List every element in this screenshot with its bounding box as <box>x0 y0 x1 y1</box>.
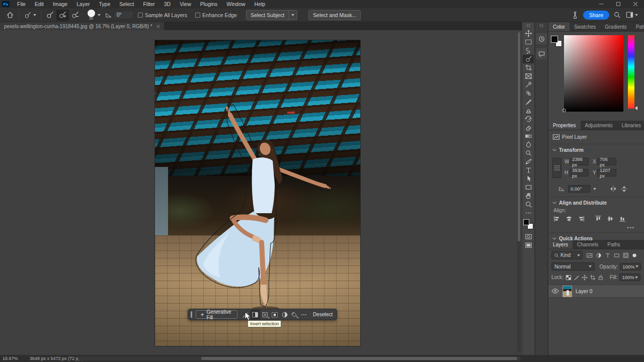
vertical-scrollbar[interactable] <box>517 32 521 352</box>
fill-field[interactable]: 100% <box>619 274 640 281</box>
tab-gradients[interactable]: Gradients <box>600 22 631 31</box>
menu-help[interactable]: Help <box>250 0 270 8</box>
filter-smart-object-icon[interactable] <box>623 252 629 258</box>
deselect-button[interactable]: Deselect <box>309 312 337 317</box>
tool-hand-button[interactable] <box>523 192 534 200</box>
filter-adjustment-icon[interactable] <box>596 252 602 258</box>
tab-color[interactable]: Color <box>548 22 570 31</box>
tool-lasso-button[interactable] <box>523 46 534 55</box>
filter-toggle-icon[interactable] <box>632 253 637 258</box>
screen-mode-button[interactable] <box>523 241 534 249</box>
menu-view[interactable]: View <box>175 0 196 8</box>
quick-mask-button[interactable] <box>523 232 534 241</box>
fill-selection-button[interactable] <box>289 310 299 319</box>
opacity-field[interactable]: 100% <box>620 263 641 270</box>
align-bottom-icon[interactable] <box>619 215 626 222</box>
collapse-toolbar-button[interactable] <box>522 22 534 29</box>
menu-file[interactable]: File <box>13 0 30 8</box>
tool-gradient-button[interactable] <box>523 132 534 140</box>
foreground-background-swatches[interactable] <box>523 219 533 229</box>
new-selection-mode-button[interactable] <box>44 10 56 21</box>
canvas-area[interactable]: Generative Fill <box>0 30 522 355</box>
taskbar-more-button[interactable] <box>299 310 309 319</box>
chevron-down-icon[interactable] <box>98 14 101 16</box>
edit-toolbar-button[interactable] <box>523 209 534 217</box>
saturation-brightness-field[interactable] <box>564 35 623 112</box>
tab-libraries[interactable]: Libraries <box>617 121 644 130</box>
hue-slider-marker[interactable] <box>635 106 637 110</box>
layer-thumbnail[interactable] <box>562 286 572 297</box>
foreground-color-swatch[interactable] <box>551 36 558 43</box>
lock-artboard-icon[interactable] <box>590 275 596 281</box>
enhance-edge-checkbox[interactable]: Enhance Edge <box>195 12 237 18</box>
filter-type-icon[interactable] <box>605 252 611 258</box>
zoom-level-field[interactable]: 16.67% <box>3 356 24 361</box>
add-mask-button[interactable] <box>270 310 280 319</box>
brush-size-picker[interactable]: 30 <box>86 10 97 20</box>
tool-quick-selection-button[interactable] <box>523 55 534 63</box>
menu-filter[interactable]: Filter <box>138 0 159 8</box>
blend-mode-select[interactable]: Normal <box>551 262 595 270</box>
share-button[interactable]: Share <box>583 11 609 20</box>
document-image[interactable] <box>155 40 360 346</box>
menu-3d[interactable]: 3D <box>159 0 175 8</box>
transform-selection-button[interactable] <box>260 310 270 319</box>
vertical-scrollbar-thumb[interactable] <box>518 32 520 241</box>
color-panel-swatches[interactable] <box>551 36 562 47</box>
menu-layer[interactable]: Layer <box>72 0 94 8</box>
tool-eraser-button[interactable] <box>523 123 534 132</box>
tab-adjustments[interactable]: Adjustments <box>581 121 617 130</box>
tool-path-selection-button[interactable] <box>523 174 534 183</box>
add-to-selection-mode-button[interactable] <box>56 10 69 21</box>
history-panel-button[interactable] <box>536 33 547 44</box>
beaker-icon[interactable] <box>571 11 579 19</box>
horizontal-scrollbar-thumb[interactable] <box>201 357 517 360</box>
layer-filter-kind-select[interactable]: Kind <box>551 251 583 259</box>
foreground-color-swatch[interactable] <box>523 219 529 225</box>
select-and-mask-button[interactable]: Select and Mask... <box>308 10 361 20</box>
color-field-marker[interactable] <box>562 109 566 112</box>
quick-actions-section-header[interactable]: Quick Actions <box>548 234 644 243</box>
filter-pixel-icon[interactable] <box>587 252 593 258</box>
x-field[interactable]: 706 px <box>597 158 616 165</box>
tool-blur-button[interactable] <box>523 140 534 149</box>
lock-all-icon[interactable] <box>598 275 604 281</box>
tab-swatches[interactable]: Swatches <box>570 22 600 31</box>
tool-dodge-button[interactable] <box>523 149 534 157</box>
search-icon[interactable] <box>613 11 621 19</box>
tool-clone-stamp-button[interactable] <box>523 106 534 115</box>
lock-transparency-icon[interactable] <box>566 275 572 281</box>
sample-all-layers-checkbox[interactable]: Sample All Layers <box>138 12 187 18</box>
rotation-angle-field[interactable]: 0.00° <box>568 185 590 193</box>
width-field[interactable]: 2386 px <box>570 158 589 165</box>
menu-type[interactable]: Type <box>94 0 115 8</box>
transform-section-header[interactable]: Transform <box>548 145 644 155</box>
tool-shape-button[interactable] <box>523 183 534 192</box>
tool-marquee-button[interactable] <box>523 38 534 46</box>
align-left-icon[interactable] <box>553 215 560 222</box>
lock-position-icon[interactable] <box>582 275 588 281</box>
tool-zoom-button[interactable] <box>523 200 534 209</box>
invert-selection-button[interactable] <box>251 310 260 319</box>
tab-properties[interactable]: Properties <box>548 121 581 130</box>
menu-window[interactable]: Window <box>222 0 250 8</box>
tool-brush-button[interactable] <box>523 98 534 106</box>
chevron-down-icon[interactable] <box>593 188 596 190</box>
document-tab[interactable]: pexels-wellington-cunha-1918445.jpg @ 16… <box>0 22 164 30</box>
select-subject-dropdown[interactable] <box>289 10 297 20</box>
menu-select[interactable]: Select <box>115 0 138 8</box>
align-section-header[interactable]: Align and Distribute <box>548 198 644 208</box>
tool-preset-button[interactable] <box>22 10 38 21</box>
height-field[interactable]: 3530 px <box>570 169 589 176</box>
tab-patterns[interactable]: Patterns <box>631 22 644 31</box>
align-center-horizontal-icon[interactable] <box>566 215 573 222</box>
filter-shape-icon[interactable] <box>614 252 620 258</box>
taskbar-grip-handle[interactable] <box>191 311 192 318</box>
minimize-icon[interactable] <box>599 2 604 7</box>
generative-fill-button[interactable]: Generative Fill <box>196 310 238 319</box>
ps-logo[interactable]: Ps <box>2 1 10 7</box>
hue-strip[interactable] <box>628 35 634 109</box>
expand-panels-button[interactable] <box>535 22 547 29</box>
menu-plugins[interactable]: Plugins <box>196 0 222 8</box>
menu-image[interactable]: Image <box>48 0 72 8</box>
